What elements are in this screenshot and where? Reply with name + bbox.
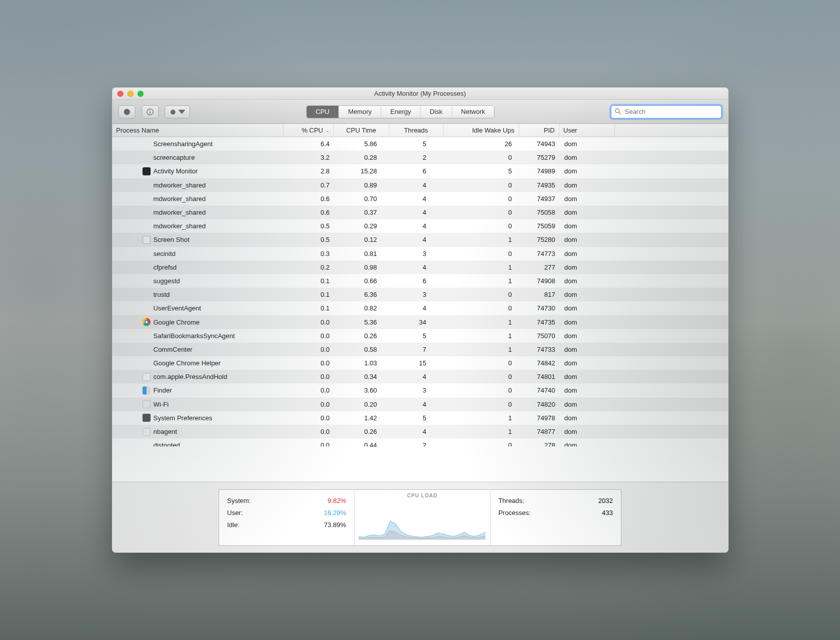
table-row[interactable]: UserEventAgent0.10.824074730dom bbox=[112, 301, 728, 315]
cpu-value: 0.0 bbox=[284, 346, 334, 353]
pid-value: 74908 bbox=[519, 277, 559, 285]
process-name: Activity Monitor bbox=[154, 167, 198, 175]
cpu-value: 0.0 bbox=[284, 373, 334, 380]
pid-value: 75280 bbox=[519, 236, 559, 243]
minimize-window-button[interactable] bbox=[127, 91, 133, 97]
process-name: ScreensharingAgent bbox=[154, 140, 213, 148]
cpu-load-chart-panel: CPU LOAD bbox=[355, 490, 490, 545]
pid-value: 74773 bbox=[519, 250, 559, 258]
pid-value: 74978 bbox=[519, 414, 559, 422]
table-row[interactable]: cfprefsd0.20.9841277dom bbox=[112, 261, 728, 274]
tab-network[interactable]: Network bbox=[452, 106, 495, 118]
threads-value: 4 bbox=[389, 401, 444, 408]
cpu-time-value: 6.36 bbox=[334, 291, 389, 298]
user-value: dom bbox=[559, 277, 615, 285]
process-name: Google Chrome Helper bbox=[154, 359, 221, 367]
table-row[interactable]: Screen Shot0.50.124175280dom bbox=[112, 233, 728, 246]
idle-wake-ups-value: 5 bbox=[444, 167, 519, 175]
column-header-idle-wake-ups[interactable]: Idle Wake Ups bbox=[444, 124, 519, 137]
table-row[interactable]: screencapture3.20.282075279dom bbox=[112, 151, 728, 164]
process-table[interactable]: ScreensharingAgent6.45.8652674943domscre… bbox=[112, 137, 728, 482]
tab-disk[interactable]: Disk bbox=[421, 106, 452, 118]
tab-energy[interactable]: Energy bbox=[381, 106, 421, 118]
table-row[interactable]: secinitd0.30.813074773dom bbox=[112, 247, 728, 261]
user-value: dom bbox=[559, 441, 615, 446]
table-row[interactable]: com.apple.PressAndHold0.00.344074801dom bbox=[112, 370, 728, 383]
pid-value: 74801 bbox=[519, 373, 559, 380]
cpu-load-chart bbox=[359, 498, 485, 540]
table-row[interactable]: distnoted0.00.4420278dom bbox=[112, 438, 615, 446]
table-row[interactable]: trustd0.16.3630817dom bbox=[112, 288, 728, 301]
idle-wake-ups-value: 0 bbox=[444, 304, 519, 312]
table-row[interactable]: Activity Monitor2.815.286574989dom bbox=[112, 164, 728, 178]
toolbar: CPUMemoryEnergyDiskNetwork bbox=[112, 100, 728, 124]
pid-value: 74989 bbox=[519, 167, 559, 175]
pid-value: 74943 bbox=[519, 140, 559, 148]
process-name: mdworker_shared bbox=[154, 195, 206, 203]
chevron-down-icon bbox=[178, 108, 185, 115]
press-icon bbox=[143, 373, 151, 381]
process-name: mdworker_shared bbox=[154, 181, 206, 189]
pid-value: 74733 bbox=[519, 346, 559, 353]
table-row[interactable]: SafariBookmarksSyncAgent0.00.265175070do… bbox=[112, 329, 728, 343]
column-header-process-name[interactable]: Process Name bbox=[112, 124, 284, 137]
close-window-button[interactable] bbox=[117, 91, 123, 97]
table-row[interactable]: CommCenter0.00.587174733dom bbox=[112, 343, 728, 356]
column-header-cpu-time[interactable]: CPU Time bbox=[334, 124, 389, 137]
table-row[interactable]: nbagent0.00.264174877dom bbox=[112, 425, 728, 438]
table-row[interactable]: Finder0.03.603074740dom bbox=[112, 383, 728, 397]
cpu-time-value: 0.89 bbox=[334, 181, 389, 189]
cpu-value: 0.5 bbox=[284, 236, 334, 243]
cpu-time-value: 0.12 bbox=[334, 236, 389, 243]
titlebar: Activity Monitor (My Processes) bbox=[112, 88, 728, 100]
inspect-process-button[interactable] bbox=[142, 105, 159, 118]
sort-desc-icon: ⌄ bbox=[325, 127, 329, 133]
zoom-window-button[interactable] bbox=[137, 91, 144, 97]
wifi-icon bbox=[143, 400, 151, 408]
table-row[interactable]: mdworker_shared0.60.704074937dom bbox=[112, 192, 728, 206]
tab-cpu[interactable]: CPU bbox=[307, 106, 339, 118]
threads-value: 2 bbox=[389, 154, 444, 161]
column-header-user[interactable]: User bbox=[559, 124, 615, 137]
column-header-cpu[interactable]: % CPU⌄ bbox=[284, 124, 334, 137]
table-row[interactable]: mdworker_shared0.70.894074935dom bbox=[112, 178, 728, 192]
tab-group: CPUMemoryEnergyDiskNetwork bbox=[306, 105, 495, 118]
options-menu-button[interactable] bbox=[165, 105, 190, 118]
threads-value: 34 bbox=[389, 318, 444, 326]
system-label: System: bbox=[227, 495, 251, 507]
threads-value: 6 bbox=[389, 277, 444, 285]
idle-wake-ups-value: 0 bbox=[444, 387, 519, 394]
table-row[interactable]: Google Chrome0.05.3634174735dom bbox=[112, 315, 728, 329]
threads-value: 4 bbox=[389, 236, 444, 243]
idle-wake-ups-value: 1 bbox=[444, 332, 519, 340]
pid-value: 74820 bbox=[519, 401, 559, 408]
user-value: dom bbox=[559, 332, 615, 340]
search-field[interactable] bbox=[611, 105, 722, 118]
idle-wake-ups-value: 1 bbox=[444, 346, 519, 353]
activity-monitor-window: Activity Monitor (My Processes) CPUMemor… bbox=[112, 87, 729, 553]
processes-label: Processes: bbox=[499, 507, 531, 519]
threads-value: 2 bbox=[389, 441, 444, 446]
stop-process-button[interactable] bbox=[118, 105, 135, 118]
table-row[interactable]: System Preferences0.01.425174978dom bbox=[112, 411, 728, 425]
table-row[interactable]: mdworker_shared0.50.294075059dom bbox=[112, 219, 728, 233]
cpu-time-value: 3.60 bbox=[334, 387, 389, 394]
table-row[interactable]: Wi-Fi0.00.204074820dom bbox=[112, 398, 728, 411]
cpu-time-value: 0.20 bbox=[334, 401, 389, 408]
cpu-time-value: 1.42 bbox=[334, 414, 389, 422]
table-row[interactable]: Google Chrome Helper0.01.0315074842dom bbox=[112, 356, 728, 370]
column-header-threads[interactable]: Threads bbox=[389, 124, 444, 137]
table-row[interactable]: suggestd0.10.666174908dom bbox=[112, 274, 728, 288]
idle-wake-ups-value: 1 bbox=[444, 264, 519, 271]
totals: Threads:2032 Processes:433 bbox=[491, 490, 621, 545]
tab-memory[interactable]: Memory bbox=[339, 106, 381, 118]
cpu-time-value: 0.26 bbox=[334, 332, 389, 340]
threads-value: 15 bbox=[389, 359, 444, 367]
search-input[interactable] bbox=[611, 105, 722, 118]
table-row[interactable]: mdworker_shared0.60.374075058dom bbox=[112, 206, 728, 219]
column-header-pid[interactable]: PID bbox=[519, 124, 559, 137]
idle-wake-ups-value: 0 bbox=[444, 181, 519, 189]
table-row[interactable]: ScreensharingAgent6.45.8652674943dom bbox=[112, 137, 728, 151]
threads-value: 4 bbox=[389, 264, 444, 271]
cpu-time-value: 0.82 bbox=[334, 304, 389, 312]
